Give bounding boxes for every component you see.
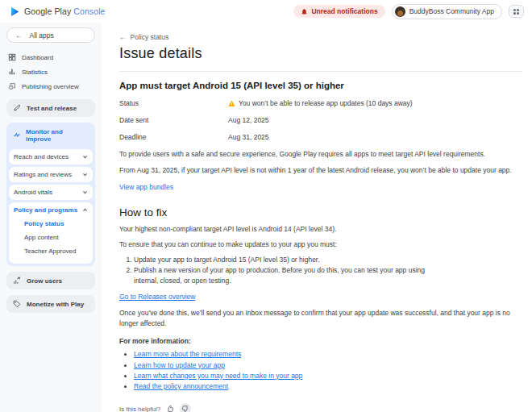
chevron-down-icon xyxy=(82,172,88,177)
sidebar-group-reach-and-devices[interactable]: Reach and devices xyxy=(14,153,88,160)
all-apps-label: All apps xyxy=(30,31,54,40)
sidebar-item-label: Statistics xyxy=(22,69,48,76)
dashboard-icon xyxy=(8,53,16,61)
how-to-fix-heading: How to fix xyxy=(119,206,522,218)
bell-icon xyxy=(301,8,308,15)
sidebar-item-test-and-release[interactable]: Test and release xyxy=(6,99,95,117)
info-link-requirements[interactable]: Learn more about the requirements xyxy=(134,350,241,358)
top-header: Google PlayConsole Unread notifications … xyxy=(0,0,532,23)
sidebar-item-grow-users[interactable]: Grow users xyxy=(6,272,95,289)
intro-paragraph-1: To provide users with a safe and secure … xyxy=(119,149,522,160)
sidebar-item-label: Publishing overview xyxy=(22,83,79,90)
sidebar-group-label: Reach and devices xyxy=(14,153,69,160)
field-label-date-sent: Date sent xyxy=(119,116,228,124)
monitor-and-improve-section: Monitor and improve Reach and devices Ra… xyxy=(6,123,95,266)
logo-product-text: Console xyxy=(73,6,105,16)
main-content: ← Policy status Issue details App must t… xyxy=(102,23,532,412)
chevron-down-icon xyxy=(82,189,88,195)
breadcrumb-back-icon[interactable]: ← xyxy=(119,33,127,41)
sidebar: ← All apps Dashboard xyxy=(0,23,102,412)
sidebar-group-label: Ratings and reviews xyxy=(14,171,72,178)
sidebar-item-dashboard[interactable]: Dashboard xyxy=(6,50,95,65)
sidebar-item-policy-status[interactable]: Policy status xyxy=(24,217,88,231)
sidebar-item-statistics[interactable]: Statistics xyxy=(6,65,95,79)
back-icon: ← xyxy=(15,31,23,40)
pulse-chart-icon xyxy=(13,131,21,140)
title-divider xyxy=(119,71,522,72)
breadcrumb-policy-status[interactable]: Policy status xyxy=(131,33,169,41)
thumbs-down-icon xyxy=(181,405,189,412)
sidebar-item-monitor-and-improve[interactable]: Monitor and improve xyxy=(9,124,93,147)
status-value: You won’t be able to release app updates… xyxy=(239,99,413,107)
fix-step: Update your app to target Android 15 (AP… xyxy=(134,255,445,264)
sidebar-item-label: Monitor and improve xyxy=(26,128,89,143)
deadline-field: Deadline Aug 31, 2025 xyxy=(119,133,522,141)
fix-paragraph-1: Your highest non-compliant target API le… xyxy=(119,224,522,235)
sidebar-group-ratings-and-reviews[interactable]: Ratings and reviews xyxy=(14,171,88,178)
page-title: Issue details xyxy=(119,45,522,62)
play-console-logo[interactable]: Google PlayConsole xyxy=(10,6,106,17)
grid-icon xyxy=(513,8,520,15)
info-link-update-app[interactable]: Learn how to update your app xyxy=(134,361,225,369)
breadcrumb: ← Policy status xyxy=(119,33,522,41)
thumbs-up-button[interactable] xyxy=(164,403,176,412)
sidebar-item-label: Test and release xyxy=(27,105,77,112)
sidebar-item-monetize-with-play[interactable]: Monetize with Play xyxy=(6,295,95,313)
sidebar-item-label: Monetize with Play xyxy=(27,301,84,308)
account-name: BuddyBoss Community App xyxy=(409,7,494,15)
publishing-clock-icon xyxy=(8,82,16,90)
date-sent-field: Date sent Aug 12, 2025 xyxy=(119,116,522,124)
helpful-feedback: Is this helpful? xyxy=(119,403,522,412)
fix-paragraph-2: To ensure that you can continue to make … xyxy=(119,239,522,250)
more-info-label: For more information: xyxy=(119,337,522,345)
unread-notifications-label: Unread notifications xyxy=(311,7,377,15)
all-apps-button[interactable]: ← All apps xyxy=(6,27,95,43)
field-label-deadline: Deadline xyxy=(119,133,228,141)
field-label-status: Status xyxy=(119,99,228,107)
info-link-policy-announcement[interactable]: Read the policy announcement xyxy=(134,382,228,390)
play-console-app: Google PlayConsole Unread notifications … xyxy=(0,0,532,412)
go-to-releases-overview-link[interactable]: Go to Releases overview xyxy=(119,293,196,301)
chevron-down-icon xyxy=(82,154,88,160)
sidebar-item-teacher-approved[interactable]: Teacher Approved xyxy=(24,244,88,258)
sidebar-group-label: Policy and programs xyxy=(14,206,77,214)
chevron-up-icon xyxy=(82,207,88,213)
play-triangle-icon xyxy=(10,6,20,17)
sidebar-item-label: Grow users xyxy=(27,277,62,285)
issue-heading: App must target Android 15 (API level 35… xyxy=(119,81,522,90)
helpful-label: Is this helpful? xyxy=(119,406,160,412)
apps-grid-button[interactable] xyxy=(509,5,524,18)
app-avatar xyxy=(395,6,405,17)
view-app-bundles-link[interactable]: View app bundles xyxy=(119,183,173,191)
account-switcher[interactable]: BuddyBoss Community App xyxy=(392,4,502,19)
sidebar-item-app-content[interactable]: App content xyxy=(24,231,88,244)
growth-icon xyxy=(13,277,21,285)
fix-step: Publish a new version of your app to pro… xyxy=(134,265,445,285)
info-link-changes[interactable]: Learn what changes you may need to make … xyxy=(134,372,302,380)
fix-paragraph-3: Once you’ve done this, we’ll send you an… xyxy=(119,308,522,329)
sidebar-item-label: Dashboard xyxy=(22,54,53,61)
thumbs-up-icon xyxy=(166,405,174,412)
rocket-icon xyxy=(13,104,21,112)
status-field: Status You won’t be able to release app … xyxy=(119,99,522,107)
sidebar-group-android-vitals[interactable]: Android vitals xyxy=(14,189,88,196)
sidebar-group-policy-and-programs[interactable]: Policy and programs xyxy=(14,206,88,214)
deadline-value: Aug 31, 2025 xyxy=(228,133,269,141)
tag-icon xyxy=(13,300,21,308)
sidebar-group-label: Android vitals xyxy=(14,189,52,196)
fix-steps-list: Update your app to target Android 15 (AP… xyxy=(123,255,445,285)
info-links-list: Learn more about the requirements Learn … xyxy=(123,349,522,392)
intro-paragraph-2: From Aug 31, 2025, if your target API le… xyxy=(119,165,522,176)
date-sent-value: Aug 12, 2025 xyxy=(228,116,269,124)
header-actions: Unread notifications BuddyBoss Community… xyxy=(293,4,524,19)
warning-icon xyxy=(228,100,235,107)
thumbs-down-button[interactable] xyxy=(180,403,191,412)
sidebar-item-publishing-overview[interactable]: Publishing overview xyxy=(6,79,95,94)
unread-notifications-button[interactable]: Unread notifications xyxy=(293,5,384,18)
logo-brand-text: Google Play xyxy=(24,6,71,16)
bar-chart-icon xyxy=(8,68,16,76)
